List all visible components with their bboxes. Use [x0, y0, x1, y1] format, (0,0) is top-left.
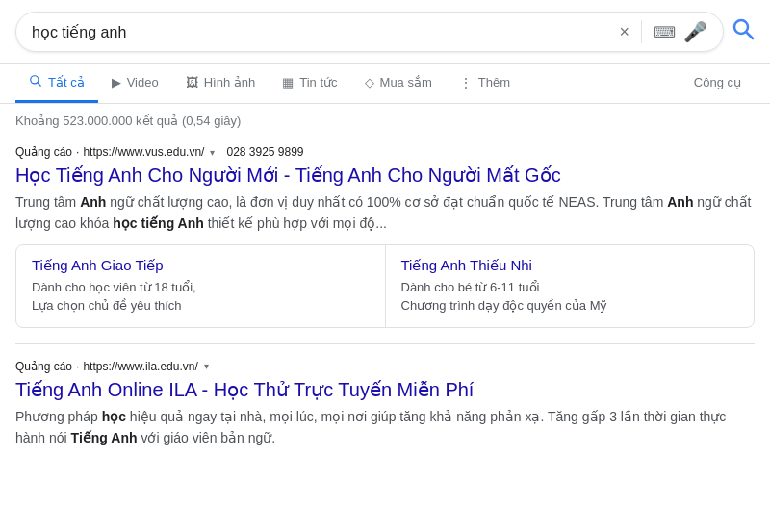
ad-phone-1: 028 3925 9899	[226, 145, 303, 159]
svg-line-1	[747, 33, 754, 39]
sub-link-title-2[interactable]: Tiếng Anh Thiếu Nhi	[401, 257, 739, 274]
divider	[641, 20, 642, 43]
ad-desc-2: Phương pháp học hiệu quả ngay tại nhà, m…	[15, 406, 755, 449]
nav-tabs: Tất cả ▶ Video 🖼 Hình ảnh ▦ Tin tức ◇ Mu…	[0, 64, 770, 104]
sub-links-1: Tiếng Anh Giao Tiếp Dành cho học viên từ…	[15, 244, 755, 328]
tab-tin-tuc[interactable]: ▦ Tin tức	[269, 65, 350, 102]
tab-tat-ca[interactable]: Tất cả	[15, 64, 98, 103]
tab-mua-sam[interactable]: ◇ Mua sắm	[351, 65, 446, 102]
tools-button[interactable]: Công cụ	[680, 65, 755, 102]
ad-title-1[interactable]: Học Tiếng Anh Cho Người Mới - Tiếng Anh …	[15, 163, 755, 188]
tools-section: Công cụ	[680, 65, 755, 102]
divider-1	[15, 343, 755, 344]
search-input-wrapper: × ⌨ 🎤	[15, 12, 724, 52]
video-icon: ▶	[112, 75, 121, 89]
keyboard-icon[interactable]: ⌨	[654, 23, 676, 41]
sub-link-title-1[interactable]: Tiếng Anh Giao Tiếp	[32, 257, 370, 274]
svg-line-3	[38, 83, 41, 87]
ad-label-2: Quảng cáo	[15, 360, 72, 373]
ad-dropdown-2[interactable]: ▾	[204, 361, 209, 371]
tab-video[interactable]: ▶ Video	[98, 65, 172, 102]
ad-label-1: Quảng cáo	[15, 145, 72, 159]
sub-link-giao-tiep[interactable]: Tiếng Anh Giao Tiếp Dành cho học viên từ…	[16, 245, 386, 327]
shopping-icon: ◇	[365, 75, 374, 89]
sub-link-desc-1: Dành cho học viên từ 18 tuổi,Lựa chọn ch…	[32, 278, 370, 316]
ad-url-2[interactable]: https://www.ila.edu.vn/	[83, 360, 197, 373]
ad-dropdown-1[interactable]: ▾	[210, 147, 215, 158]
dot-separator-2: ·	[76, 360, 79, 373]
search-button[interactable]	[732, 17, 755, 46]
image-icon: 🖼	[186, 75, 198, 89]
search-bar: × ⌨ 🎤	[0, 0, 770, 64]
results-count: Khoảng 523.000.000 kết quả (0,54 giây)	[0, 104, 770, 134]
sub-link-desc-2: Dành cho bé từ 6-11 tuổiChương trình dạy…	[401, 278, 739, 316]
search-icon	[29, 74, 42, 90]
ad-result-2: Quảng cáo · https://www.ila.edu.vn/ ▾ Ti…	[15, 360, 755, 449]
clear-icon[interactable]: ×	[619, 22, 629, 42]
dot-separator: ·	[76, 145, 79, 159]
search-results: Quảng cáo · https://www.vus.edu.vn/ ▾ 02…	[0, 145, 770, 449]
tab-them[interactable]: ⋮ Thêm	[446, 65, 524, 103]
ad-result-1: Quảng cáo · https://www.vus.edu.vn/ ▾ 02…	[15, 145, 755, 328]
search-input[interactable]	[32, 23, 611, 40]
ad-desc-1: Trung tâm Anh ngữ chất lượng cao, là đơn…	[15, 191, 755, 235]
ad-url-1[interactable]: https://www.vus.edu.vn/	[83, 145, 204, 159]
more-icon: ⋮	[459, 75, 473, 90]
sub-link-thieu-nhi[interactable]: Tiếng Anh Thiếu Nhi Dành cho bé từ 6-11 …	[386, 245, 755, 327]
mic-icon[interactable]: 🎤	[683, 20, 707, 43]
ad-title-2[interactable]: Tiếng Anh Online ILA - Học Thử Trực Tuyế…	[15, 377, 755, 402]
tab-hinh-anh[interactable]: 🖼 Hình ảnh	[172, 65, 270, 102]
news-icon: ▦	[282, 75, 294, 89]
